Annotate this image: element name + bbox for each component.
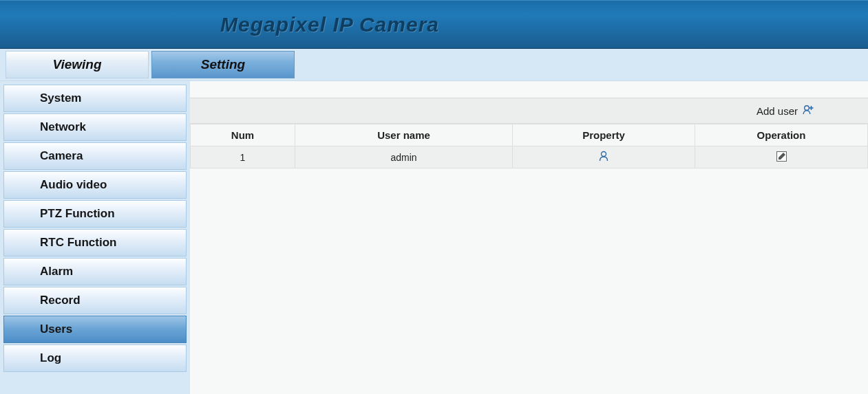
sidebar-item-label: Alarm	[40, 265, 73, 278]
col-property: Property	[513, 124, 695, 146]
add-user-link[interactable]: Add user	[756, 105, 798, 117]
cell-num: 1	[191, 146, 295, 168]
edit-icon[interactable]	[776, 151, 787, 164]
sidebar-item-label: Log	[40, 351, 61, 365]
sidebar-item-label: Audio video	[40, 178, 107, 192]
col-operation: Operation	[695, 124, 868, 146]
sidebar-item-rtc-function[interactable]: RTC Function	[3, 229, 187, 256]
cell-property	[513, 146, 695, 168]
sidebar-item-label: Camera	[40, 149, 83, 163]
svg-point-0	[805, 105, 809, 110]
content: Add user Num User name Property Ope	[190, 81, 868, 394]
add-user-icon[interactable]	[802, 104, 814, 118]
table-header-row: Num User name Property Operation	[191, 124, 868, 146]
sidebar-item-label: Record	[40, 294, 81, 307]
table-row: 1 admin	[191, 146, 868, 168]
page-title: Megapixel IP Camera	[220, 13, 439, 36]
header-bar: Megapixel IP Camera	[0, 0, 868, 49]
sidebar-item-label: Network	[40, 120, 86, 134]
sidebar-item-log[interactable]: Log	[3, 344, 187, 372]
sidebar-item-record[interactable]: Record	[3, 287, 187, 314]
users-table: Num User name Property Operation 1 admin	[190, 124, 868, 168]
tabs-row: Viewing Setting	[0, 49, 868, 81]
sidebar-item-label: System	[40, 91, 81, 105]
cell-username: admin	[295, 146, 513, 168]
sidebar-item-audio-video[interactable]: Audio video	[3, 171, 187, 199]
sidebar-item-alarm[interactable]: Alarm	[3, 258, 187, 285]
svg-point-3	[602, 152, 606, 157]
sidebar-item-ptz-function[interactable]: PTZ Function	[3, 200, 187, 228]
cell-operation	[695, 146, 868, 168]
user-property-icon[interactable]	[597, 150, 610, 164]
col-num: Num	[191, 124, 295, 146]
sidebar: System Network Camera Audio video PTZ Fu…	[0, 81, 190, 394]
tab-setting[interactable]: Setting	[151, 51, 295, 78]
tab-viewing[interactable]: Viewing	[6, 51, 149, 78]
add-user-row: Add user	[190, 98, 868, 124]
sidebar-item-label: RTC Function	[40, 236, 116, 250]
sidebar-item-users[interactable]: Users	[3, 316, 187, 343]
main-area: System Network Camera Audio video PTZ Fu…	[0, 81, 868, 394]
col-username: User name	[295, 124, 513, 146]
sidebar-item-network[interactable]: Network	[3, 113, 187, 141]
sidebar-item-label: Users	[40, 322, 72, 336]
sidebar-item-label: PTZ Function	[40, 207, 115, 221]
sidebar-item-camera[interactable]: Camera	[3, 142, 187, 170]
sidebar-item-system[interactable]: System	[3, 85, 187, 112]
